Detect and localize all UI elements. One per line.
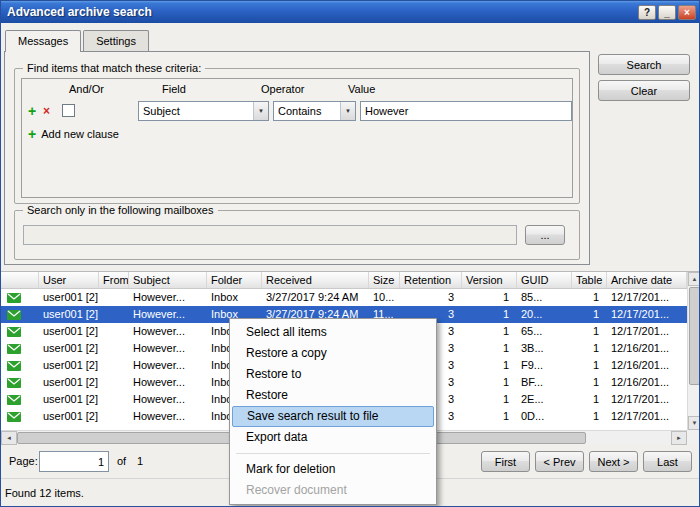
- menu-separator: [236, 453, 430, 454]
- column-header[interactable]: Archive date: [607, 272, 687, 288]
- cell-table: 1: [572, 374, 607, 391]
- scroll-right-icon[interactable]: ►: [671, 431, 687, 445]
- cell-subject: However...: [129, 340, 207, 357]
- tab-strip: Messages Settings: [5, 30, 151, 51]
- cell-archive_date: 12/17/201...: [607, 289, 687, 306]
- tab-messages[interactable]: Messages: [5, 30, 81, 52]
- value-input[interactable]: [360, 101, 572, 121]
- cell-from: [99, 408, 129, 425]
- cell-user: user001 [2]: [39, 306, 99, 323]
- cell-version: 1: [462, 306, 517, 323]
- cell-table: 1: [572, 289, 607, 306]
- cell-table: 1: [572, 340, 607, 357]
- scroll-down-icon[interactable]: ▼: [688, 416, 700, 430]
- cell-archive_date: 12/17/201...: [607, 306, 687, 323]
- cell-icon: [1, 306, 39, 323]
- cell-user: user001 [2]: [39, 323, 99, 340]
- add-clause-icon[interactable]: +: [28, 102, 36, 120]
- advanced-archive-search-window: Advanced archive search ? _ × Messages S…: [0, 0, 700, 507]
- column-header[interactable]: Size: [369, 272, 400, 288]
- field-header: Field: [162, 83, 186, 95]
- menu-item[interactable]: Restore: [232, 385, 434, 406]
- value-header: Value: [348, 83, 375, 95]
- cell-user: user001 [2]: [39, 289, 99, 306]
- scroll-up-icon[interactable]: ▲: [688, 272, 700, 286]
- cell-guid: 0D...: [517, 408, 572, 425]
- cell-table: 1: [572, 357, 607, 374]
- menu-item[interactable]: Select all items: [232, 322, 434, 343]
- mail-icon: [7, 344, 21, 354]
- clause-row: + × Subject ▼ Contains ▼: [22, 101, 572, 121]
- scrollbar-corner: [687, 430, 700, 445]
- mail-icon: [7, 395, 21, 405]
- minimize-button[interactable]: _: [658, 5, 676, 20]
- table-row[interactable]: user001 [2]However...Inbox3/27/2017 9:24…: [1, 289, 687, 306]
- cell-from: [99, 374, 129, 391]
- cell-subject: However...: [129, 408, 207, 425]
- help-button[interactable]: ?: [638, 5, 656, 20]
- menu-item[interactable]: Save search result to file: [232, 406, 434, 427]
- context-menu: Select all itemsRestore a copyRestore to…: [229, 318, 437, 505]
- clear-button[interactable]: Clear: [598, 80, 690, 101]
- cell-subject: However...: [129, 323, 207, 340]
- search-button[interactable]: Search: [598, 54, 690, 75]
- tab-settings[interactable]: Settings: [83, 30, 149, 51]
- operator-select[interactable]: Contains ▼: [273, 101, 356, 121]
- title-bar[interactable]: Advanced archive search ? _ ×: [1, 1, 699, 23]
- browse-mailboxes-button[interactable]: ...: [525, 225, 565, 245]
- cell-version: 1: [462, 323, 517, 340]
- cell-guid: BF...: [517, 374, 572, 391]
- criteria-group-title: Find items that match these criteria:: [23, 62, 205, 74]
- chevron-down-icon[interactable]: ▼: [253, 102, 268, 120]
- column-header[interactable]: GUID: [517, 272, 572, 288]
- column-header[interactable]: From: [99, 272, 129, 288]
- menu-item[interactable]: Mark for deletion: [232, 459, 434, 480]
- field-select[interactable]: Subject ▼: [138, 101, 269, 121]
- menu-item[interactable]: Export data: [232, 427, 434, 448]
- column-header[interactable]: Received: [262, 272, 369, 288]
- vertical-scroll-thumb[interactable]: [689, 287, 700, 385]
- cell-from: [99, 340, 129, 357]
- close-button[interactable]: ×: [678, 5, 696, 20]
- page-number-input[interactable]: [39, 451, 109, 472]
- menu-item[interactable]: Restore to: [232, 364, 434, 385]
- mailbox-input[interactable]: [23, 225, 517, 245]
- remove-clause-icon[interactable]: ×: [43, 103, 50, 119]
- cell-subject: However...: [129, 306, 207, 323]
- messages-tab-panel: Find items that match these criteria: An…: [4, 51, 590, 265]
- column-header[interactable]: Version: [462, 272, 517, 288]
- column-header[interactable]: Folder: [207, 272, 262, 288]
- column-header[interactable]: User: [39, 272, 99, 288]
- prev-page-button[interactable]: < Prev: [535, 451, 584, 472]
- column-header[interactable]: Subject: [129, 272, 207, 288]
- scroll-left-icon[interactable]: ◄: [1, 431, 17, 445]
- cell-archive_date: 12/16/201...: [607, 357, 687, 374]
- cell-icon: [1, 289, 39, 306]
- cell-archive_date: 12/17/201...: [607, 323, 687, 340]
- cell-retention: 3: [400, 289, 462, 306]
- column-header[interactable]: Retention: [400, 272, 462, 288]
- clause-checkbox[interactable]: [62, 104, 75, 117]
- first-page-button[interactable]: First: [481, 451, 530, 472]
- cell-from: [99, 289, 129, 306]
- cell-archive_date: 12/16/201...: [607, 374, 687, 391]
- vertical-scrollbar[interactable]: ▲ ▼: [687, 272, 700, 430]
- cell-icon: [1, 340, 39, 357]
- cell-subject: However...: [129, 357, 207, 374]
- cell-from: [99, 357, 129, 374]
- cell-guid: 2E...: [517, 391, 572, 408]
- page-of-label: of: [117, 455, 126, 467]
- mailboxes-groupbox: Search only in the following mailboxes .…: [14, 210, 580, 260]
- andor-header: And/Or: [69, 83, 104, 95]
- chevron-down-icon[interactable]: ▼: [340, 102, 355, 120]
- last-page-button[interactable]: Last: [643, 451, 692, 472]
- cell-version: 1: [462, 357, 517, 374]
- column-header[interactable]: Table: [572, 272, 607, 288]
- menu-item[interactable]: Restore a copy: [232, 343, 434, 364]
- cell-user: user001 [2]: [39, 340, 99, 357]
- cell-version: 1: [462, 374, 517, 391]
- cell-icon: [1, 391, 39, 408]
- next-page-button[interactable]: Next >: [589, 451, 638, 472]
- add-new-clause-link[interactable]: + Add new clause: [28, 126, 119, 142]
- column-header[interactable]: [1, 272, 39, 288]
